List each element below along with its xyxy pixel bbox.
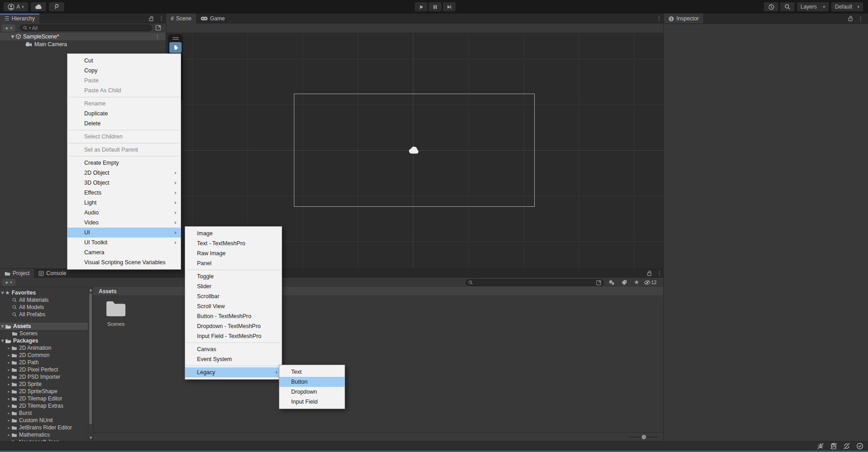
expand-arrow-icon[interactable]: ▸ (6, 346, 11, 350)
scenes-folder-row[interactable]: Scenes (0, 330, 88, 337)
activity-ok-icon[interactable] (856, 442, 863, 450)
expand-arrow-icon[interactable]: ▸ (6, 419, 11, 423)
menu-item[interactable]: Panel › (185, 258, 282, 268)
step-button[interactable] (443, 2, 456, 11)
menu-item[interactable]: Dropdown - TextMeshPro › (185, 321, 282, 331)
layers-dropdown[interactable]: Layers ▾ (797, 2, 829, 11)
tab-game[interactable]: Game (196, 14, 230, 24)
menu-item[interactable]: UI › (67, 228, 181, 238)
lock-icon[interactable] (149, 15, 154, 22)
kebab-menu-icon[interactable]: ⋮ (158, 15, 164, 22)
package-folder-row[interactable]: ▸ 2D Common (0, 352, 88, 359)
global-search-button[interactable] (780, 2, 795, 11)
scenes-folder-tile[interactable]: Scenes (101, 300, 130, 327)
tab-hierarchy[interactable]: ☰ Hierarchy (0, 14, 39, 24)
menu-item[interactable]: Text › (279, 367, 345, 377)
expand-arrow-icon[interactable]: ▸ (6, 426, 11, 430)
kebab-menu-icon[interactable]: ⋮ (858, 15, 863, 22)
menu-item[interactable]: Effects › (67, 188, 181, 198)
lock-icon[interactable] (848, 15, 853, 22)
cloud-services-button[interactable] (31, 2, 46, 11)
overlay-drag-handle[interactable] (173, 37, 179, 38)
hierarchy-scene-row[interactable]: ▼ SampleScene* ⋮ (0, 33, 166, 40)
menu-item[interactable]: Set as Default Parent › (67, 145, 181, 155)
menu-item[interactable]: Copy › (67, 66, 181, 76)
menu-item[interactable]: Event System › (185, 354, 282, 364)
menu-item[interactable]: Delete › (67, 119, 181, 128)
menu-item[interactable]: Toggle › (185, 271, 282, 281)
menu-item[interactable]: Button - TextMeshPro › (185, 311, 282, 321)
menu-item[interactable]: Paste › (67, 76, 181, 86)
tab-project[interactable]: Project (0, 269, 34, 278)
expand-arrow-icon[interactable]: ▸ (6, 404, 11, 408)
assets-root-row[interactable]: ▼ Assets (0, 323, 88, 330)
menu-item[interactable]: Audio › (67, 208, 181, 218)
menu-item[interactable]: Text - TextMeshPro › (185, 238, 282, 248)
menu-item[interactable]: Paste As Child › (67, 86, 181, 95)
package-folder-row[interactable]: ▸ 2D Sprite (0, 381, 88, 388)
package-folder-row[interactable]: ▸ 2D Tilemap Extras (0, 402, 88, 409)
scroll-up-icon[interactable]: ▲ (89, 288, 93, 292)
thumbnail-zoom-slider[interactable] (628, 437, 659, 438)
menu-item[interactable]: Visual Scripting Scene Variables › (67, 257, 181, 267)
collapse-arrow-icon[interactable]: ▼ (10, 34, 15, 39)
expand-arrow-icon[interactable]: ▸ (6, 411, 11, 415)
menu-item[interactable]: Image › (185, 228, 282, 238)
expand-arrow-icon[interactable]: ▸ (6, 353, 11, 357)
menu-item[interactable]: 2D Object › (67, 168, 181, 178)
menu-item[interactable]: 3D Object › (67, 178, 181, 188)
menu-item[interactable]: Duplicate › (67, 109, 181, 119)
hidden-assets-toggle[interactable]: 12 (644, 280, 657, 285)
collapse-arrow-icon[interactable]: ▼ (0, 324, 5, 328)
menu-item[interactable]: Create Empty › (67, 158, 181, 168)
menu-item[interactable]: Light › (67, 198, 181, 208)
collapse-arrow-icon[interactable]: ▼ (0, 339, 5, 343)
menu-item[interactable]: Input Field - TextMeshPro › (185, 331, 282, 341)
expand-arrow-icon[interactable]: ▸ (6, 368, 11, 372)
scroll-down-icon[interactable]: ▼ (89, 436, 93, 440)
popout-search-icon[interactable] (596, 280, 601, 285)
favorite-search-row[interactable]: All Models (0, 304, 88, 311)
package-folder-row[interactable]: ▸ 2D Pixel Perfect (0, 366, 88, 373)
expand-arrow-icon[interactable]: ▸ (6, 382, 11, 386)
popout-window-icon[interactable] (155, 25, 161, 31)
expand-arrow-icon[interactable]: ▸ (6, 397, 11, 401)
kebab-menu-icon[interactable]: ⋮ (657, 270, 662, 277)
menu-item[interactable]: Dropdown › (279, 387, 345, 397)
menu-item[interactable]: Camera › (67, 247, 181, 257)
package-folder-row[interactable]: ▸ 2D Tilemap Editor (0, 395, 88, 402)
tab-scene[interactable]: # Scene (166, 14, 196, 24)
packages-root-row[interactable]: ▼ Packages (0, 337, 88, 344)
menu-item[interactable]: Scrollbar › (185, 291, 282, 301)
package-folder-row[interactable]: ▸ Burst (0, 409, 88, 417)
hand-tool-button[interactable] (169, 42, 182, 53)
menu-item[interactable]: Legacy › (185, 367, 282, 377)
auto-refresh-disabled-icon[interactable] (843, 442, 850, 450)
create-asset-button[interactable]: + ▾ (2, 279, 15, 286)
menu-item[interactable]: Canvas › (185, 344, 282, 354)
menu-item[interactable]: Rename › (67, 99, 181, 109)
menu-item[interactable]: Input Field › (279, 397, 345, 407)
favorite-search-row[interactable]: All Materials (0, 296, 88, 304)
expand-arrow-icon[interactable]: ▸ (6, 390, 11, 394)
search-by-type-icon[interactable] (609, 280, 615, 285)
play-button[interactable] (415, 2, 427, 11)
menu-item[interactable]: Raw Image › (185, 248, 282, 258)
create-add-button[interactable]: + ▾ (2, 24, 15, 32)
menu-item[interactable]: Select Children › (67, 132, 181, 142)
kebab-menu-icon[interactable]: ⋮ (154, 33, 160, 40)
tab-inspector[interactable]: Inspector (664, 14, 703, 24)
scrollbar-thumb[interactable] (89, 293, 92, 424)
collapse-arrow-icon[interactable]: ▼ (0, 291, 5, 295)
package-folder-row[interactable]: ▸ JetBrains Rider Editor (0, 424, 88, 431)
pause-button[interactable] (429, 2, 441, 11)
overlay-drag-handle[interactable] (173, 39, 179, 40)
project-search-input[interactable] (465, 279, 604, 286)
expand-arrow-icon[interactable]: ▸ (6, 375, 11, 379)
menu-item[interactable]: Slider › (185, 281, 282, 291)
lock-icon[interactable] (647, 270, 652, 276)
undo-history-button[interactable] (764, 2, 778, 11)
package-folder-row[interactable]: ▸ 2D Path (0, 359, 88, 366)
cache-server-disabled-icon[interactable] (830, 442, 837, 450)
layout-dropdown[interactable]: Default ▾ (831, 2, 863, 11)
